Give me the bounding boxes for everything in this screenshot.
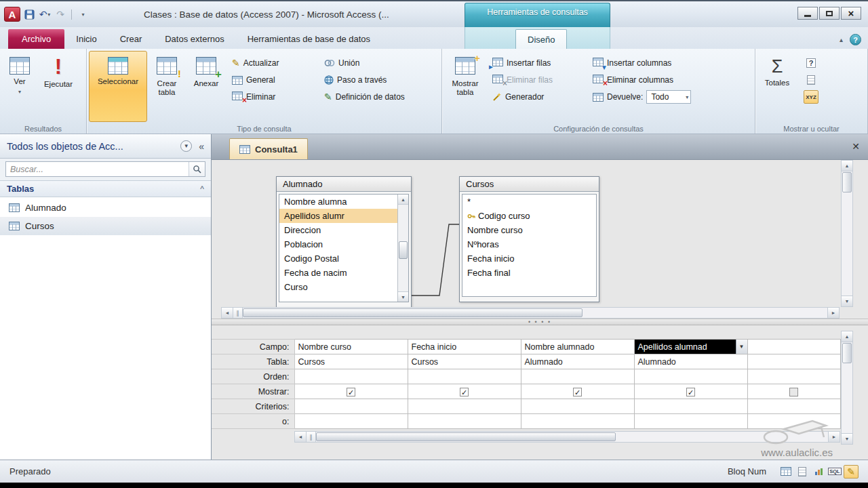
field-item[interactable]: Nombre alumna (279, 195, 397, 209)
grid-cell-tabla-4[interactable]: Alumnado (634, 354, 747, 369)
pivotchart-view-button[interactable] (811, 465, 826, 479)
scrollbar-thumb[interactable] (399, 241, 408, 259)
grid-cell-criterios-4[interactable] (634, 399, 747, 414)
field-item[interactable]: Direccion (279, 223, 397, 237)
grid-cell-tabla-2[interactable]: Cursos (408, 354, 521, 369)
search-input[interactable] (6, 162, 189, 176)
nav-section-tablas[interactable]: Tablas ^ (0, 180, 211, 197)
nav-pane-header[interactable]: Todos los objetos de Acc... ▼ « (0, 134, 211, 159)
mostrar-checkbox[interactable] (789, 388, 798, 396)
scrollbar-thumb[interactable] (842, 172, 852, 192)
sql-view-button[interactable]: SQL (827, 465, 842, 479)
hoja-propiedades-button[interactable] (804, 73, 818, 87)
scroll-left-icon[interactable]: ◄ (222, 308, 233, 318)
eliminar-columnas-button[interactable]: × Eliminar columnas (591, 73, 744, 87)
scroll-down-icon[interactable]: ▼ (842, 296, 852, 306)
document-tab-consulta1[interactable]: Consulta1 (229, 138, 308, 159)
design-horizontal-scrollbar[interactable]: ◄ ∥ ► (221, 307, 840, 319)
grid-cell-o-4[interactable] (634, 414, 747, 429)
minimize-button[interactable] (797, 7, 818, 20)
access-app-icon[interactable]: A (4, 7, 20, 22)
scroll-down-icon[interactable]: ▼ (842, 433, 852, 444)
grid-cell-mostrar-5[interactable] (747, 384, 840, 399)
scroll-up-icon[interactable]: ▲ (398, 195, 408, 205)
tab-crear[interactable]: Crear (108, 29, 154, 49)
tab-diseno[interactable]: Diseño (515, 29, 567, 49)
search-button[interactable] (189, 162, 205, 176)
field-list-scrollbar[interactable]: ▲ ▼ (397, 195, 408, 302)
mostrar-checkbox[interactable]: ✓ (686, 388, 695, 396)
design-vertical-scrollbar[interactable]: ▲ ▼ (841, 160, 853, 307)
nav-item-cursos[interactable]: Cursos (0, 217, 211, 235)
nav-pane-collapse-button[interactable]: « (196, 141, 207, 152)
grid-cell-criterios-2[interactable] (408, 399, 521, 414)
field-item[interactable]: Codigo Postal (279, 251, 397, 266)
eliminar-button[interactable]: × Eliminar (230, 90, 315, 104)
grid-cell-campo-4[interactable]: Apellidos alumnad▼ (634, 340, 747, 354)
field-item[interactable]: Curso (279, 280, 397, 294)
splitter[interactable]: • • • • (212, 319, 868, 325)
grid-cell-campo-2[interactable]: Fecha inicio (408, 340, 521, 354)
scroll-down-icon[interactable]: ▼ (398, 291, 408, 302)
grid-cell-mostrar-4[interactable]: ✓ (634, 384, 747, 399)
grid-cell-orden-4[interactable] (634, 369, 747, 384)
scroll-up-icon[interactable]: ▲ (842, 331, 852, 342)
paso-a-traves-button[interactable]: Paso a través (322, 73, 436, 87)
grid-cell-orden-3[interactable] (521, 369, 634, 384)
grid-cell-o-1[interactable] (294, 414, 408, 429)
qat-customize-button[interactable]: ▾ (76, 7, 90, 21)
mostrar-tabla-button[interactable]: + Mostrar tabla (444, 51, 486, 122)
grid-cell-criterios-1[interactable] (294, 399, 408, 414)
grid-cell-tabla-5[interactable] (747, 354, 840, 369)
ver-button[interactable]: Ver ▾ (2, 51, 37, 122)
field-item[interactable]: Fecha de nacim (279, 266, 397, 280)
definicion-datos-button[interactable]: ✎ Definición de datos (322, 90, 436, 104)
nav-item-alumnado[interactable]: Alumnado (0, 199, 211, 217)
scrollbar-thumb[interactable] (842, 343, 852, 363)
grid-cell-o-3[interactable] (521, 414, 634, 429)
grid-cell-tabla-1[interactable]: Cursos (294, 354, 408, 369)
ejecutar-button[interactable]: ! Ejecutar (37, 51, 79, 122)
scrollbar-grip[interactable]: ∥ (307, 432, 316, 442)
field-item[interactable]: Nºhoras (462, 237, 596, 251)
scrollbar-track[interactable] (398, 205, 408, 291)
field-list-alumnado[interactable]: Alumnado Nombre alumnaApellidos alumrDir… (276, 176, 412, 308)
minimize-ribbon-button[interactable]: ▴ (840, 36, 843, 43)
field-dropdown-button[interactable]: ▼ (736, 340, 747, 354)
design-view-button[interactable]: ✎ (844, 465, 859, 479)
mostrar-checkbox[interactable]: ✓ (347, 388, 355, 396)
grid-cell-tabla-3[interactable]: Alumnado (521, 354, 634, 369)
insertar-columnas-button[interactable]: ▼ Insertar columnas (591, 56, 744, 70)
field-item[interactable]: Nombre curso (462, 223, 596, 237)
tab-herramientas-bd[interactable]: Herramientas de base de datos (236, 29, 382, 49)
close-button[interactable]: × (841, 7, 861, 20)
grid-cell-mostrar-3[interactable]: ✓ (521, 384, 634, 399)
field-item[interactable]: Codigo curso (462, 209, 596, 223)
crear-tabla-button[interactable]: ! Crear tabla (147, 51, 186, 122)
generador-button[interactable]: Generador (490, 90, 584, 104)
actualizar-button[interactable]: ✎ Actualizar (230, 56, 315, 70)
field-item[interactable]: Fecha final (462, 266, 596, 280)
nombres-tabla-button[interactable]: XYZ (804, 90, 818, 104)
scrollbar-thumb[interactable] (243, 308, 583, 317)
help-button[interactable]: ? (850, 34, 861, 45)
close-document-button[interactable]: ✕ (852, 141, 860, 152)
nav-pane-menu-button[interactable]: ▼ (180, 140, 192, 152)
maximize-button[interactable] (819, 7, 840, 20)
save-button[interactable] (22, 7, 36, 21)
grid-cell-orden-5[interactable] (747, 369, 840, 384)
anexar-button[interactable]: + Anexar (186, 51, 226, 122)
tab-archivo[interactable]: Archivo (8, 29, 64, 49)
grid-cell-mostrar-2[interactable]: ✓ (408, 384, 521, 399)
mostrar-checkbox[interactable]: ✓ (460, 388, 469, 396)
grid-cell-orden-1[interactable] (294, 369, 408, 384)
scroll-right-icon[interactable]: ► (827, 308, 839, 318)
parametros-button[interactable]: ? (804, 56, 818, 70)
union-button[interactable]: Unión (322, 56, 436, 70)
seleccionar-button[interactable]: Seleccionar (89, 51, 147, 122)
grid-cell-campo-1[interactable]: Nombre curso (294, 340, 408, 354)
devuelve-combobox[interactable]: Todo ▾ (646, 90, 691, 104)
grid-cell-criterios-3[interactable] (521, 399, 634, 414)
insertar-filas-button[interactable]: ► Insertar filas (490, 56, 584, 70)
scroll-left-icon[interactable]: ◄ (295, 432, 307, 442)
